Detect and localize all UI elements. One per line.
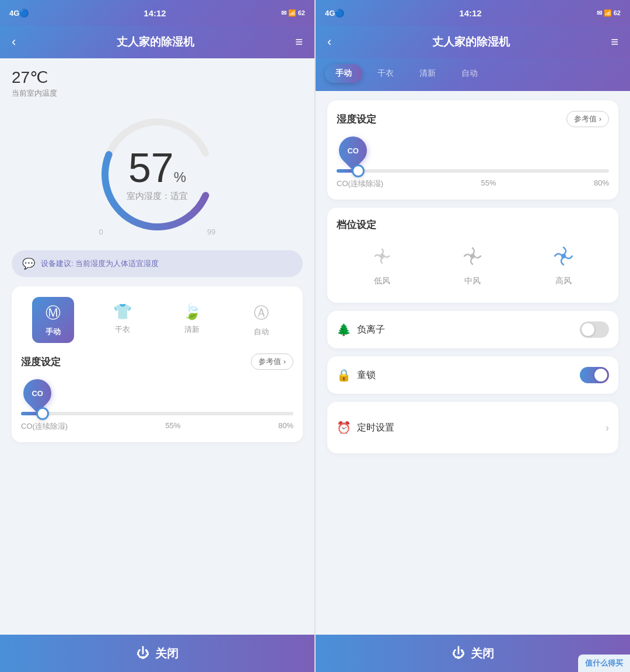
humidity-section-header-right: 湿度设定 参考值 › <box>337 111 609 127</box>
signal-right: 4G🔵 <box>325 9 344 18</box>
back-button-right[interactable]: ‹ <box>327 34 331 50</box>
humidity-number: 57% <box>127 148 188 188</box>
fan-mid-label: 中风 <box>464 276 481 286</box>
humidity-title: 湿度设定 <box>21 355 61 369</box>
humidity-setting: 湿度设定 参考值 › CO CO(连续除湿) <box>21 354 293 432</box>
mode-dry-icon: 👕 <box>113 303 132 321</box>
fan-low-label: 低风 <box>374 276 390 286</box>
child-lock-label: 童锁 <box>357 369 376 382</box>
slider-left-label-right: CO(连续除湿) <box>337 178 383 189</box>
co-badge-wrapper: CO <box>21 379 293 407</box>
humidity-gauge: 57% 室内湿度：适宜 0 99 <box>12 104 303 244</box>
power-icon-left: ⏻ <box>136 646 149 661</box>
fan-high-icon <box>553 246 574 271</box>
fan-high[interactable]: 高风 <box>553 246 574 286</box>
humidity-slider-thumb[interactable] <box>36 407 49 420</box>
mode-tabs: 手动 干衣 清新 自动 <box>316 58 630 91</box>
status-bar-left: 4G🔵 14:12 ✉ 📶 62 <box>0 0 314 26</box>
negative-ion-label: 负离子 <box>357 324 385 336</box>
negative-ion-card: 🌲 负离子 <box>327 311 618 348</box>
menu-button-left[interactable]: ≡ <box>295 34 303 50</box>
humidity-slider-labels: CO(连续除湿) 55% 80% <box>21 421 293 432</box>
temperature-section: 27℃ 当前室内温度 <box>12 68 303 99</box>
mode-card: Ⓜ 手动 👕 干衣 🍃 清新 Ⓐ 自动 湿度设定 <box>12 286 303 442</box>
advice-text: 设备建议: 当前湿度为人体适宜湿度 <box>41 258 159 269</box>
humidity-slider-container[interactable] <box>21 412 293 415</box>
fan-high-label: 高风 <box>555 276 572 286</box>
power-label-right: 关闭 <box>471 646 494 662</box>
timer-row[interactable]: ⏰ 定时设置 › <box>337 412 609 443</box>
power-bar-left[interactable]: ⏻ 关闭 <box>0 635 314 672</box>
slider-track-right <box>337 169 609 173</box>
co-badge-text-right: CO <box>347 146 359 155</box>
fan-low-icon <box>372 246 393 271</box>
timer-left: ⏰ 定时设置 <box>337 421 394 435</box>
mode-manual-icon: Ⓜ <box>46 303 61 323</box>
humidity-slider-track <box>21 412 293 415</box>
fan-options: 低风 中风 <box>337 240 609 292</box>
fan-mid[interactable]: 中风 <box>462 246 483 286</box>
mode-auto[interactable]: Ⓐ 自动 <box>240 297 282 343</box>
ref-value-button[interactable]: 参考值 › <box>251 354 293 370</box>
mode-dry[interactable]: 👕 干衣 <box>102 297 144 343</box>
right-icons-left: ✉ 📶 62 <box>281 9 305 17</box>
timer-label: 定时设置 <box>357 422 394 434</box>
mode-fresh[interactable]: 🍃 清新 <box>171 297 213 343</box>
menu-button-right[interactable]: ≡ <box>611 34 618 50</box>
tab-auto[interactable]: 自动 <box>451 64 488 83</box>
humidity-slider-right[interactable] <box>337 169 609 173</box>
advice-banner: 💬 设备建议: 当前湿度为人体适宜湿度 <box>12 250 303 277</box>
co-badge-wrapper-right: CO <box>337 136 609 164</box>
child-lock-toggle[interactable] <box>580 367 609 383</box>
advice-icon: 💬 <box>22 257 35 270</box>
back-button-left[interactable]: ‹ <box>12 34 16 50</box>
gauge-labels: 0 99 <box>99 228 216 236</box>
humidity-card-right: 湿度设定 参考值 › CO CO(连续除湿) 55% 80% <box>327 100 618 200</box>
time-left: 14:12 <box>144 8 166 18</box>
mode-selector: Ⓜ 手动 👕 干衣 🍃 清新 Ⓐ 自动 <box>21 297 293 343</box>
status-bar-right: 4G🔵 14:12 ✉ 📶 62 <box>316 0 630 26</box>
negative-ion-toggle[interactable] <box>580 321 609 338</box>
app-header-left: ‹ 丈人家的除湿机 ≡ <box>0 26 314 58</box>
power-bar-right[interactable]: ⏻ 关闭 值什么得买 <box>316 635 630 672</box>
app-title-left: 丈人家的除湿机 <box>117 34 194 50</box>
tab-dry[interactable]: 干衣 <box>367 64 404 83</box>
slider-right-label-right: 80% <box>594 178 609 189</box>
humidity-section-header: 湿度设定 参考值 › <box>21 354 293 370</box>
power-label-left: 关闭 <box>155 646 178 662</box>
left-panel: 4G🔵 14:12 ✉ 📶 62 ‹ 丈人家的除湿机 ≡ 27℃ 当前室内温度 <box>0 0 314 672</box>
timer-chevron-icon: › <box>606 422 609 434</box>
negative-ion-left: 🌲 负离子 <box>337 323 385 337</box>
app-header-right: ‹ 丈人家的除湿机 ≡ <box>316 26 630 58</box>
gauge-max: 99 <box>207 228 215 236</box>
timer-icon: ⏰ <box>337 421 351 435</box>
slider-thumb-right[interactable] <box>352 164 365 177</box>
co-badge-text: CO <box>32 389 43 398</box>
ref-value-button-right[interactable]: 参考值 › <box>566 111 609 127</box>
mode-fresh-icon: 🍃 <box>183 303 201 321</box>
right-icons-right: ✉ 📶 62 <box>597 9 621 17</box>
gauge-min: 0 <box>99 228 103 236</box>
app-title-right: 丈人家的除湿机 <box>432 34 510 50</box>
slider-labels-right: CO(连续除湿) 55% 80% <box>337 178 609 189</box>
timer-card[interactable]: ⏰ 定时设置 › <box>327 402 618 453</box>
tab-manual[interactable]: 手动 <box>325 64 362 83</box>
humidity-status: 室内湿度：适宜 <box>127 191 188 202</box>
temperature-label: 当前室内温度 <box>12 88 303 99</box>
fan-low[interactable]: 低风 <box>372 246 393 286</box>
mode-manual[interactable]: Ⓜ 手动 <box>32 297 74 343</box>
slider-mid-label: 55% <box>166 421 181 432</box>
negative-ion-icon: 🌲 <box>337 323 351 337</box>
app-badge: 值什么得买 <box>578 654 630 672</box>
temperature-value: 27℃ <box>12 68 303 87</box>
child-lock-left: 🔒 童锁 <box>337 368 376 382</box>
slider-right-label: 80% <box>278 421 293 432</box>
slider-mid-label-right: 55% <box>481 178 496 189</box>
negative-ion-row: 🌲 负离子 <box>337 321 609 338</box>
signal-left: 4G🔵 <box>9 9 29 18</box>
tab-fresh[interactable]: 清新 <box>409 64 446 83</box>
mode-auto-label: 自动 <box>254 327 269 337</box>
co-badge: CO <box>18 373 57 413</box>
child-lock-row: 🔒 童锁 <box>337 367 609 383</box>
mode-auto-icon: Ⓐ <box>254 303 269 323</box>
